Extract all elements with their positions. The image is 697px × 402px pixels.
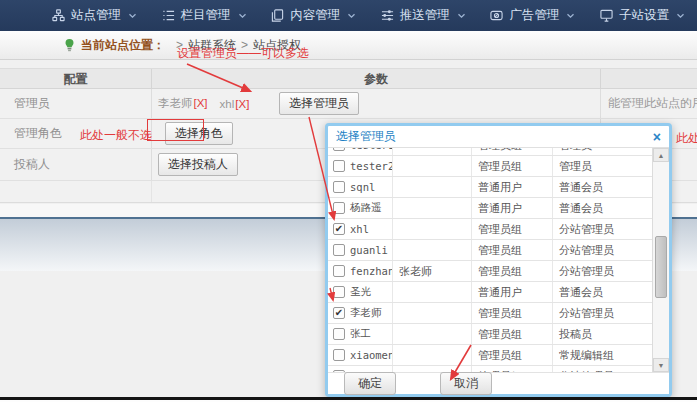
user-checkbox[interactable]: ✔ bbox=[333, 349, 345, 361]
scroll-down-icon[interactable]: ▼ bbox=[653, 358, 669, 372]
user-group: 管理员组 bbox=[472, 156, 553, 176]
row-admin: 管理员 李老师[X] xhl[X] 选择管理员 能管理此站点的用户,所选之 bbox=[0, 89, 697, 119]
user-realname bbox=[393, 282, 472, 302]
user-realname bbox=[393, 156, 472, 176]
modal-footer: 确定 取消 bbox=[328, 372, 669, 394]
user-checkbox[interactable]: ✔ bbox=[333, 286, 345, 298]
user-row[interactable]: ✔ guanli 管理员组 分站管理员 bbox=[328, 240, 652, 261]
monitor-icon bbox=[600, 9, 614, 23]
user-row[interactable]: ✔ fenzhan 张老师 管理员组 分站管理员 bbox=[328, 261, 652, 282]
nav-item-push[interactable]: 推送管理 bbox=[381, 7, 466, 24]
user-row[interactable]: ✔ xiaomeng 管理员组 常规编辑组 bbox=[328, 345, 652, 366]
remove-admin-x[interactable]: [X] bbox=[194, 97, 208, 109]
user-row[interactable]: ✔ sqnl 普通用户 普通会员 bbox=[328, 177, 652, 198]
user-role: 普通会员 bbox=[553, 282, 652, 302]
user-group: 管理员组 bbox=[472, 324, 553, 344]
user-group: 普通用户 bbox=[472, 282, 553, 302]
chevron-down-icon bbox=[128, 13, 137, 19]
user-realname bbox=[393, 148, 472, 155]
user-group: 管理员组 bbox=[472, 303, 553, 323]
row-admin-label: 管理员 bbox=[0, 89, 152, 118]
user-checkbox[interactable]: ✔ bbox=[333, 265, 345, 277]
user-realname bbox=[393, 198, 472, 218]
user-row[interactable]: ✔ 李老师 管理员组 分站管理员 bbox=[328, 303, 652, 324]
close-icon[interactable]: × bbox=[653, 130, 661, 144]
selected-admin-chip: xhl[X] bbox=[220, 98, 250, 110]
chevron-down-icon bbox=[566, 13, 575, 19]
note-usually-skip: 此处一般不选 bbox=[80, 127, 152, 144]
breadcrumb-label: 当前站点位置： bbox=[81, 37, 165, 54]
note-multi-select: 设置管理员——可以多选 bbox=[177, 45, 309, 62]
user-row[interactable]: ✔ tester2 管理员组 管理员 bbox=[328, 156, 652, 177]
user-checkbox[interactable]: ✔ bbox=[333, 160, 345, 172]
user-realname bbox=[393, 303, 472, 323]
header-config: 配置 bbox=[0, 69, 152, 88]
user-checkbox[interactable]: ✔ bbox=[333, 148, 345, 151]
user-role: 投稿员 bbox=[553, 324, 652, 344]
user-role: 普通会员 bbox=[553, 177, 652, 197]
modal-title-bar: 选择管理员 × bbox=[328, 126, 669, 148]
user-checkbox[interactable]: ✔ bbox=[333, 223, 345, 235]
scrollbar-thumb[interactable] bbox=[655, 236, 667, 298]
user-role: 普通会员 bbox=[553, 198, 652, 218]
cancel-button[interactable]: 取消 bbox=[440, 372, 492, 395]
user-realname: 张老师 bbox=[393, 261, 472, 281]
user-checkbox[interactable]: ✔ bbox=[333, 244, 345, 256]
user-row[interactable]: ✔ 张工 管理员组 投稿员 bbox=[328, 324, 652, 345]
scrollbar[interactable]: ▲ ▼ bbox=[652, 148, 669, 372]
user-group: 管理员组 bbox=[472, 148, 553, 155]
breadcrumb: 当前站点位置： >站群系统>站点授权 bbox=[0, 31, 697, 60]
user-group: 管理员组 bbox=[472, 240, 553, 260]
user-row[interactable]: ✔ tester1 管理员组 管理员 bbox=[328, 148, 652, 156]
user-checkbox[interactable]: ✔ bbox=[333, 202, 345, 214]
user-group: 普通用户 bbox=[472, 198, 553, 218]
top-nav: 站点管理 栏目管理 内容管理 推送管理 bbox=[0, 0, 697, 31]
selected-admin-chip: 李老师[X] bbox=[158, 96, 208, 111]
user-group: 管理员组 bbox=[472, 345, 553, 365]
user-realname bbox=[393, 177, 472, 197]
user-checkbox[interactable]: ✔ bbox=[333, 328, 345, 340]
user-row[interactable]: ✔ 杨路遥 普通用户 普通会员 bbox=[328, 198, 652, 219]
user-group: 管理员组 bbox=[472, 219, 553, 239]
select-admin-modal: 选择管理员 × ✔ tester1 管理员组 管理员 ✔ tester2 管理员… bbox=[325, 123, 672, 397]
nav-item-ad[interactable]: 广告管理 bbox=[490, 7, 575, 24]
chevron-down-icon bbox=[238, 13, 247, 19]
user-group: 管理员组 bbox=[472, 261, 553, 281]
header-spacer bbox=[601, 69, 697, 88]
nav-item-monitor[interactable]: 子站设置 bbox=[600, 7, 685, 24]
chevron-down-icon bbox=[457, 13, 466, 19]
user-role: 分站管理员 bbox=[553, 219, 652, 239]
chevron-down-icon bbox=[676, 13, 685, 19]
user-row[interactable]: ✔ 圣光 普通用户 普通会员 bbox=[328, 282, 652, 303]
ad-icon bbox=[490, 9, 504, 23]
user-realname bbox=[393, 345, 472, 365]
header-params: 参数 bbox=[152, 69, 601, 88]
modal-title: 选择管理员 bbox=[336, 128, 396, 145]
push-icon bbox=[381, 9, 395, 23]
user-checkbox[interactable]: ✔ bbox=[333, 307, 345, 319]
note-clipped-right: 此处 bbox=[676, 130, 697, 147]
nav-item-list[interactable]: 栏目管理 bbox=[162, 7, 247, 24]
nav-item-content[interactable]: 内容管理 bbox=[271, 7, 356, 24]
user-realname bbox=[393, 324, 472, 344]
user-list: ✔ tester1 管理员组 管理员 ✔ tester2 管理员组 管理员 ✔ … bbox=[328, 148, 669, 372]
row-admin-hint: 能管理此站点的用户,所选之 bbox=[601, 89, 697, 118]
ok-button[interactable]: 确定 bbox=[344, 372, 396, 395]
remove-admin-x[interactable]: [X] bbox=[235, 98, 249, 110]
select-admin-button[interactable]: 选择管理员 bbox=[279, 92, 359, 115]
user-role: 管理员 bbox=[553, 156, 652, 176]
user-checkbox[interactable]: ✔ bbox=[333, 181, 345, 193]
row-contributor-label: 投稿人 bbox=[0, 149, 152, 180]
nav-item-sitemap[interactable]: 站点管理 bbox=[52, 7, 137, 24]
user-row[interactable]: ✔ xhl 管理员组 分站管理员 bbox=[328, 219, 652, 240]
user-role: 常规编辑组 bbox=[553, 345, 652, 365]
user-realname bbox=[393, 240, 472, 260]
bulb-icon bbox=[64, 38, 75, 53]
user-realname bbox=[393, 219, 472, 239]
row-admin-value: 李老师[X] xhl[X] 选择管理员 bbox=[152, 89, 601, 118]
sitemap-icon bbox=[52, 9, 66, 23]
select-contributor-button[interactable]: 选择投稿人 bbox=[158, 153, 238, 176]
scroll-up-icon[interactable]: ▲ bbox=[653, 148, 669, 162]
user-group: 普通用户 bbox=[472, 177, 553, 197]
cms-admin-screen: 站点管理 栏目管理 内容管理 推送管理 bbox=[0, 0, 697, 402]
